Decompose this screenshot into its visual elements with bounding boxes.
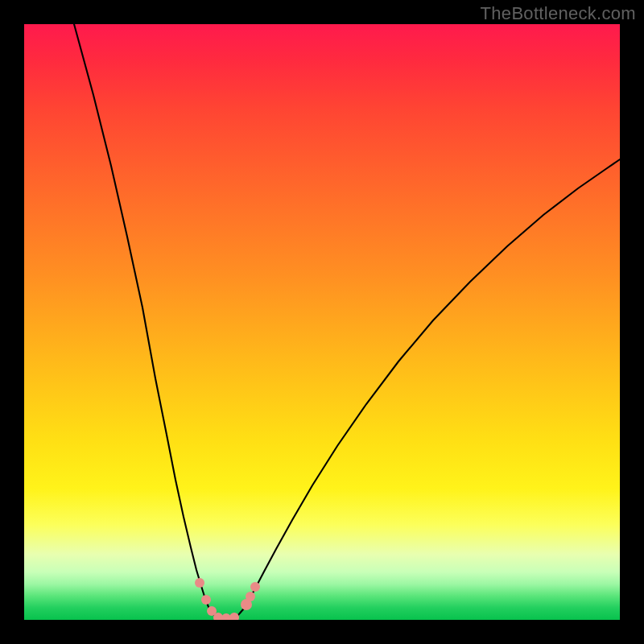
sweet-spot-markers	[195, 578, 260, 620]
marker-dot	[201, 595, 211, 605]
marker-dot	[229, 613, 239, 620]
plot-area	[24, 24, 620, 620]
marker-dot	[195, 578, 204, 588]
marker-dot	[246, 592, 255, 601]
attribution-text: TheBottleneck.com	[481, 3, 636, 24]
marker-dot	[250, 582, 260, 592]
curve-svg	[24, 24, 620, 620]
bottleneck-left-branch	[74, 24, 218, 617]
chart-stage: TheBottleneck.com	[0, 0, 644, 644]
bottleneck-right-branch	[234, 159, 620, 617]
